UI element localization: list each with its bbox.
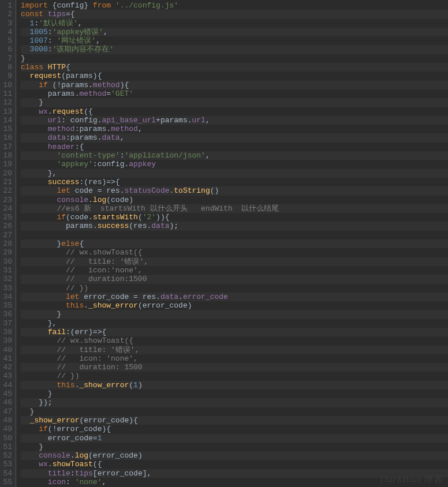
code-line[interactable]: let code = res.statusCode.toString() [21, 186, 448, 195]
line-number: 4 [2, 28, 12, 36]
code-editor[interactable]: 1234567891011121314151617181920212223242… [0, 0, 448, 487]
code-line[interactable]: header:{ [21, 143, 448, 151]
line-number: 53 [2, 460, 12, 469]
code-line[interactable]: console.log(error_code) [21, 451, 448, 460]
code-line[interactable]: } [21, 389, 448, 398]
code-line[interactable]: success:(res)=>{ [21, 178, 448, 186]
line-number: 54 [2, 469, 12, 478]
code-line[interactable]: params.method='GET' [21, 89, 448, 98]
line-number: 9 [2, 72, 12, 80]
code-area[interactable]: import {config} from '../config.js'const… [16, 0, 448, 487]
line-number-gutter: 1234567891011121314151617181920212223242… [0, 0, 16, 487]
code-line[interactable]: import {config} from '../config.js' [21, 1, 448, 10]
code-line[interactable]: }else{ [21, 239, 448, 248]
code-line[interactable]: 'appkey':config.appkey [21, 160, 448, 168]
code-line[interactable]: if (!params.method){ [21, 81, 448, 89]
code-line[interactable]: 3000:'该期内容不存在' [21, 45, 448, 54]
code-line[interactable]: // }) [21, 284, 448, 293]
line-number: 7 [2, 54, 12, 63]
code-line[interactable]: _show_error(error_code){ [21, 416, 448, 425]
line-number: 1 [2, 1, 12, 10]
line-number: 34 [2, 293, 12, 301]
line-number: 48 [2, 416, 12, 425]
line-number: 13 [2, 107, 12, 116]
code-line[interactable]: let error_code = res.data.error_code [21, 293, 448, 301]
code-line[interactable]: error_code=1 [21, 434, 448, 443]
line-number: 2 [2, 10, 12, 18]
code-line[interactable]: if(code.startsWith('2')){ [21, 213, 448, 222]
code-line[interactable]: //es6 新 startsWith 以什么开头 endWith 以什么结尾 [21, 204, 448, 213]
code-line[interactable]: // duration:1500 [21, 275, 448, 283]
code-line[interactable]: } [21, 310, 448, 319]
line-number: 18 [2, 151, 12, 160]
line-number: 41 [2, 354, 12, 363]
line-number: 12 [2, 98, 12, 107]
code-line[interactable]: request(params){ [21, 72, 448, 80]
code-line[interactable]: }, [21, 319, 448, 328]
code-line[interactable]: }, [21, 169, 448, 178]
line-number: 29 [2, 248, 12, 257]
code-line[interactable]: this._show_error(1) [21, 381, 448, 389]
line-number: 30 [2, 257, 12, 266]
code-line[interactable]: }); [21, 398, 448, 407]
code-line[interactable]: // title: '错误', [21, 346, 448, 354]
line-number: 36 [2, 310, 12, 319]
line-number: 39 [2, 336, 12, 345]
line-number: 15 [2, 125, 12, 133]
line-number: 42 [2, 363, 12, 372]
code-line[interactable]: url: config.api_base_url+params.url, [21, 116, 448, 125]
code-line[interactable]: // wx.showToast({ [21, 248, 448, 257]
code-line[interactable] [21, 231, 448, 239]
line-number: 32 [2, 275, 12, 283]
code-line[interactable]: // }) [21, 372, 448, 380]
line-number: 19 [2, 160, 12, 168]
code-line[interactable]: fail:(err)=>{ [21, 328, 448, 336]
code-line[interactable]: } [21, 98, 448, 107]
line-number: 21 [2, 178, 12, 186]
line-number: 37 [2, 319, 12, 328]
code-line[interactable]: wx.request({ [21, 107, 448, 116]
code-line[interactable]: } [21, 54, 448, 63]
line-number: 14 [2, 116, 12, 125]
code-line[interactable]: class HTTP{ [21, 63, 448, 72]
code-line[interactable]: 1:'默认错误', [21, 19, 448, 28]
code-line[interactable]: // duration: 1500 [21, 363, 448, 372]
line-number: 52 [2, 451, 12, 460]
line-number: 46 [2, 398, 12, 407]
code-line[interactable]: // icon:'none', [21, 266, 448, 275]
code-line[interactable]: const tips={ [21, 10, 448, 18]
line-number: 55 [2, 478, 12, 486]
code-line[interactable]: 'content-type':'application/json', [21, 151, 448, 160]
line-number: 20 [2, 169, 12, 178]
code-line[interactable]: console.log(code) [21, 196, 448, 204]
line-number: 25 [2, 213, 12, 222]
code-line[interactable]: wx.showToast({ [21, 460, 448, 469]
line-number: 35 [2, 301, 12, 310]
code-line[interactable]: // title: '错误', [21, 257, 448, 266]
line-number: 24 [2, 204, 12, 213]
line-number: 27 [2, 231, 12, 239]
code-line[interactable]: data:params.data, [21, 133, 448, 142]
code-line[interactable]: 1005:'appkey错误', [21, 28, 448, 36]
line-number: 51 [2, 443, 12, 451]
line-number: 22 [2, 186, 12, 195]
line-number: 10 [2, 81, 12, 89]
line-number: 23 [2, 196, 12, 204]
line-number: 6 [2, 45, 12, 54]
code-line[interactable]: if(!error_code){ [21, 425, 448, 433]
code-line[interactable]: // icon: 'none', [21, 354, 448, 363]
line-number: 26 [2, 222, 12, 230]
line-number: 8 [2, 63, 12, 72]
code-line[interactable]: // wx.showToast({ [21, 336, 448, 345]
watermark-text: DurkBlue博客 [380, 475, 443, 484]
line-number: 47 [2, 407, 12, 416]
code-line[interactable]: } [21, 407, 448, 416]
code-line[interactable]: method:params.method, [21, 125, 448, 133]
line-number: 44 [2, 381, 12, 389]
line-number: 5 [2, 36, 12, 45]
line-number: 40 [2, 346, 12, 354]
code-line[interactable]: this._show_error(error_code) [21, 301, 448, 310]
code-line[interactable]: params.success(res.data); [21, 222, 448, 230]
code-line[interactable]: } [21, 443, 448, 451]
code-line[interactable]: 1007: '网址错误', [21, 36, 448, 45]
